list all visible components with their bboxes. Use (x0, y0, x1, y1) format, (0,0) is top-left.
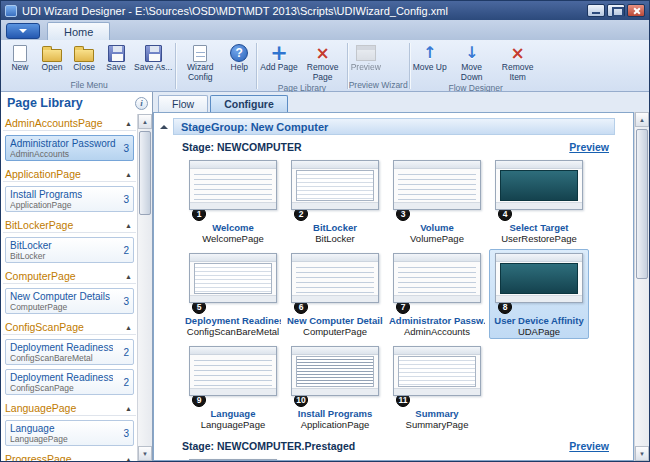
ribbon-button-help[interactable]: ?Help (223, 41, 255, 73)
ribbon-button-move-up[interactable]: ↑Move Up (411, 41, 449, 73)
scroll-down-button[interactable]: ▼ (635, 446, 649, 461)
page-thumbnail (189, 346, 277, 396)
page-library-item[interactable]: Deployment ReadinessConfigScanPage2 (5, 369, 134, 395)
ribbon-button-add-page[interactable]: +Add Page (258, 41, 299, 73)
info-icon[interactable]: i (135, 97, 148, 110)
stage-preview-link[interactable]: Preview (569, 440, 609, 452)
page-library-group-title: AdminAccountsPage (5, 117, 102, 129)
page-library-group-title: BitLockerPage (5, 219, 73, 231)
page-card[interactable]: 5Deployment ReadinessConfigScanBareMetal (183, 249, 283, 339)
page-library-item-subtitle: AdminAccounts (10, 149, 116, 159)
close-button[interactable] (627, 4, 645, 17)
tab-flow[interactable]: Flow (158, 95, 208, 112)
ribbon-group-preview-wizard: PreviewPreview Wizard (349, 41, 408, 91)
ribbon-separator (347, 43, 348, 89)
page-card[interactable] (183, 455, 283, 461)
page-card[interactable]: 2BitLockerBitLocker (285, 156, 385, 246)
page-library-group-header[interactable]: ComputerPage▲ (3, 267, 136, 284)
ribbon-tab-home[interactable]: Home (47, 22, 110, 40)
scroll-up-button[interactable]: ▲ (635, 112, 649, 127)
page-library-item-text: Deployment ReadinessConfigScanBareMetal (10, 342, 113, 363)
ribbon-button-open[interactable]: Open (36, 41, 68, 73)
ribbon-group-flow-designer: ↑Move Up↓Move Down×Remove ItemFlow Desig… (411, 41, 541, 91)
page-library-item-title: Administrator Password (10, 138, 116, 149)
badge-row: 1 (185, 212, 281, 222)
page-library-item[interactable]: Deployment ReadinessConfigScanBareMetal2 (5, 339, 134, 365)
thumbnail-content (500, 170, 578, 201)
page-card[interactable]: 11SummarySummaryPage (387, 342, 487, 432)
page-library-item-title: New Computer Details (10, 291, 110, 302)
main-content-row: StageGroup: New Computer Stage: NEWCOMPU… (153, 112, 649, 461)
page-library-group-header[interactable]: ConfigScanPage▲ (3, 318, 136, 335)
page-card[interactable]: 10Install ProgramsApplicationPage (285, 342, 385, 432)
page-thumbnail (189, 160, 277, 210)
scrollbar-track[interactable] (635, 127, 649, 446)
page-library-group-header[interactable]: ApplicationPage▲ (3, 165, 136, 182)
collapse-arrow-icon[interactable]: ▲ (125, 120, 132, 127)
page-library-item-count: 3 (120, 194, 129, 205)
page-card[interactable]: 4Select TargetUserRestorePage (489, 156, 589, 246)
collapse-arrow-icon[interactable]: ▲ (125, 222, 132, 229)
page-library-group-header[interactable]: BitLockerPage▲ (3, 216, 136, 233)
collapse-arrow-icon[interactable]: ▲ (125, 324, 132, 331)
page-thumbnail (189, 459, 277, 461)
page-card[interactable]: 8User Device AffinityUDAPage (489, 249, 589, 339)
page-library-group-header[interactable]: ProgressPage▲ (3, 450, 136, 461)
scrollbar-thumb[interactable] (636, 129, 648, 279)
main-scrollbar[interactable]: ▲ ▼ (634, 112, 649, 461)
collapse-arrow-icon[interactable]: ▲ (125, 273, 132, 280)
minimize-button[interactable] (587, 4, 605, 17)
ribbon-button-new[interactable]: New (4, 41, 36, 73)
stage-name: Stage: NEWCOMPUTER (182, 141, 302, 153)
ribbon-group-1: Wizard Config?Help (177, 41, 255, 91)
ribbon-button-move-down[interactable]: ↓Move Down (449, 41, 495, 83)
page-library-item[interactable]: Administrator PasswordAdminAccounts3 (5, 135, 134, 161)
scroll-up-button[interactable]: ▲ (138, 114, 152, 129)
ribbon-button-label: Move Down (451, 63, 493, 83)
collapse-expander-icon[interactable] (160, 121, 168, 129)
ribbon-button-label: Save As... (134, 63, 172, 73)
page-card[interactable]: 7Administrator Passw...AdminAccounts (387, 249, 487, 339)
ribbon-button-close[interactable]: Close (68, 41, 100, 73)
stagegroup-header[interactable]: StageGroup: New Computer (173, 118, 615, 135)
save-icon (108, 43, 125, 63)
page-library-item-subtitle: ApplicationPage (10, 200, 82, 210)
page-card[interactable]: 6New Computer DetailsComputerPage (285, 249, 385, 339)
page-card[interactable]: 1WelcomeWelcomePage (183, 156, 283, 246)
ribbon-button-save-as[interactable]: Save As... (132, 41, 174, 73)
page-card[interactable]: 3VolumeVolumePage (387, 156, 487, 246)
page-card-subtitle: WelcomePage (185, 233, 281, 244)
ribbon-button-label: Move Up (413, 63, 447, 73)
page-thumbnail (495, 253, 583, 303)
page-library-group-header[interactable]: AdminAccountsPage▲ (3, 114, 136, 131)
sidebar-scrollbar[interactable]: ▲ ▼ (137, 114, 152, 461)
page-library-item[interactable]: Install ProgramsApplicationPage3 (5, 186, 134, 212)
stage-preview-link[interactable]: Preview (569, 141, 609, 153)
collapse-arrow-icon[interactable]: ▲ (125, 456, 132, 462)
page-library-item[interactable]: LanguageLanguagePage3 (5, 420, 134, 446)
ribbon-button-preview[interactable]: Preview (349, 41, 383, 73)
app-icon (5, 5, 17, 17)
ribbon-button-label: Help (231, 63, 248, 73)
scrollbar-track[interactable] (138, 129, 152, 446)
collapse-arrow-icon[interactable]: ▲ (125, 171, 132, 178)
badge-row: 9 (185, 398, 281, 408)
page-library-group-header[interactable]: LanguagePage▲ (3, 399, 136, 416)
maximize-button[interactable] (607, 4, 625, 17)
page-card[interactable]: 9LanguageLanguagePage (183, 342, 283, 432)
page-library-item[interactable]: New Computer DetailsComputerPage3 (5, 288, 134, 314)
page-card-title: New Computer Details (287, 315, 383, 326)
ribbon-button-save[interactable]: Save (100, 41, 132, 73)
scrollbar-thumb[interactable] (139, 131, 151, 215)
page-library-item[interactable]: BitLockerBitLocker2 (5, 237, 134, 263)
page-card-subtitle: SummaryPage (389, 419, 485, 430)
ribbon-button-remove-page[interactable]: ×Remove Page (300, 41, 346, 83)
ribbon-button-wizard-config[interactable]: Wizard Config (177, 41, 223, 83)
scroll-down-button[interactable]: ▼ (138, 446, 152, 461)
move-down-icon: ↓ (465, 43, 478, 63)
tab-configure[interactable]: Configure (210, 95, 288, 112)
collapse-arrow-icon[interactable]: ▲ (125, 405, 132, 412)
page-library-item-subtitle: ConfigScanPage (10, 383, 113, 393)
application-menu-button[interactable] (6, 23, 40, 39)
ribbon-button-remove-item[interactable]: ×Remove Item (495, 41, 541, 83)
